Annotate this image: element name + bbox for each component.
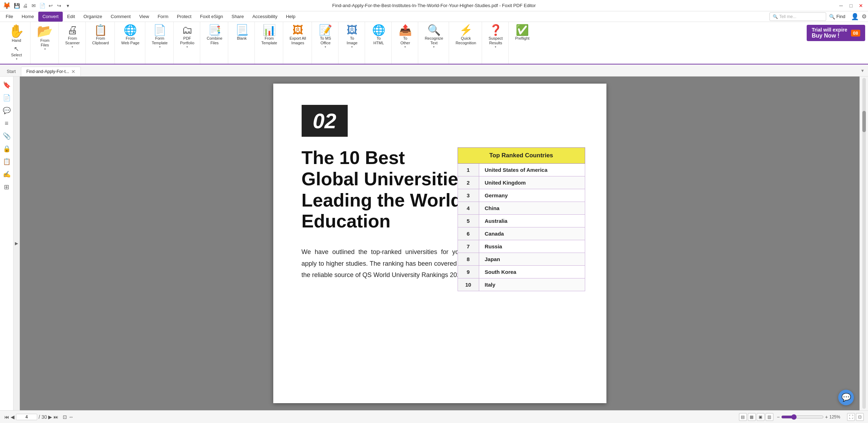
ribbon-group-blank: 📃 Blank [229, 22, 255, 64]
sidebar-security-button[interactable]: 🔒 [1, 143, 12, 154]
account-icon[interactable]: 👤 [851, 13, 859, 21]
rank-cell: 2 [458, 176, 479, 189]
from-scanner-button[interactable]: 🖨 FromScanner ▾ [62, 23, 83, 50]
scroll-bar[interactable] [860, 77, 868, 410]
minimize-button[interactable]: ─ [837, 2, 845, 9]
last-page-button[interactable]: ⏭ [54, 414, 58, 420]
chat-bubble-button[interactable]: 💬 [838, 390, 854, 405]
menu-item-accessibility[interactable]: Accessibility [248, 12, 282, 22]
table-row: 8Japan [458, 253, 585, 266]
rank-cell: 7 [458, 240, 479, 253]
sidebar-signatures-button[interactable]: ✍ [1, 169, 12, 180]
fit-width-button[interactable]: ↔ [68, 414, 73, 420]
sidebar-export-button[interactable]: 📋 [1, 156, 12, 167]
fullscreen-button[interactable]: ⛶ [847, 413, 855, 421]
panel-collapse-button[interactable]: ▶ [13, 77, 20, 410]
new-icon[interactable]: 📄 [38, 2, 46, 10]
facing-page-view-button[interactable]: ▦ [748, 413, 756, 421]
to-ms-office-label: To MSOffice [320, 36, 331, 45]
quick-recognition-button[interactable]: ⚡ QuickRecognition [452, 23, 480, 47]
select-tool-button[interactable]: ↖ Select ▾ [9, 45, 25, 61]
continuous-view-button[interactable]: ▣ [757, 413, 765, 421]
menu-item-form[interactable]: Form [153, 12, 173, 22]
sidebar-attachments-button[interactable]: 📎 [1, 130, 12, 142]
sidebar-comments-button[interactable]: 💬 [1, 105, 12, 116]
tab-start[interactable]: Start [1, 67, 21, 76]
tab-overflow-arrow[interactable]: ▾ [858, 66, 867, 75]
prev-page-button[interactable]: ◀ [11, 414, 15, 420]
suspect-results-button[interactable]: ❓ SuspectResults ▾ [485, 23, 506, 50]
to-ms-office-button[interactable]: 📝 To MSOffice ▾ [315, 23, 336, 50]
recognize-text-button[interactable]: 🔍 RecognizeText ▾ [421, 23, 447, 50]
undo-icon[interactable]: ↩ [47, 2, 55, 10]
to-html-button[interactable]: 🌐 ToHTML [368, 23, 389, 47]
scroll-thumb[interactable] [862, 111, 866, 132]
menu-item-comment[interactable]: Comment [106, 12, 135, 22]
recognize-text-arrow: ▾ [433, 45, 435, 49]
rank-cell: 8 [458, 253, 479, 266]
single-page-view-button[interactable]: ▤ [739, 413, 747, 421]
next-page-button[interactable]: ▶ [48, 414, 52, 420]
to-image-icon: 🖼 [347, 25, 357, 35]
menu-item-home[interactable]: Home [17, 12, 38, 22]
rank-cell: 6 [458, 227, 479, 240]
ribbon-group-from-webpage: 🌐 FromWeb Page [116, 22, 145, 64]
zoom-out-button[interactable]: − [777, 414, 780, 420]
settings-icon[interactable]: ⚙ [862, 13, 867, 20]
menu-item-file[interactable]: File [1, 12, 17, 22]
sidebar-compare-button[interactable]: ⊞ [1, 181, 12, 193]
menu-item-protect[interactable]: Protect [173, 12, 196, 22]
from-webpage-button[interactable]: 🌐 FromWeb Page [118, 23, 143, 47]
body-text: We have outlined the top-ranked universi… [302, 246, 472, 281]
continuous-facing-view-button[interactable]: ▥ [766, 413, 773, 421]
redo-icon[interactable]: ↪ [55, 2, 63, 10]
page-number-input[interactable] [16, 414, 37, 420]
country-cell: Canada [479, 227, 585, 240]
zoom-slider[interactable] [781, 414, 824, 420]
form-template-button[interactable]: 📄 FormTemplate ▾ [148, 23, 171, 50]
menu-item-foxit-esign[interactable]: Foxit eSign [196, 12, 227, 22]
preflight-button[interactable]: ✅ Preflight [511, 23, 533, 42]
sidebar-bookmark-button[interactable]: 🔖 [1, 79, 12, 91]
ribbon-group-from-clipboard: 📋 FromClipboard [86, 22, 115, 64]
hand-tool-button[interactable]: ✋ Hand [5, 23, 28, 44]
find-box[interactable]: 🔍 Find [829, 14, 845, 19]
blank-button[interactable]: 📃 Blank [231, 23, 252, 42]
menu-item-share[interactable]: Share [227, 12, 248, 22]
first-page-button[interactable]: ⏮ [4, 414, 9, 420]
trial-badge[interactable]: Trial will expire Buy Now ! 08 [807, 25, 865, 41]
from-clipboard-button[interactable]: 📋 FromClipboard [89, 23, 112, 47]
from-files-button[interactable]: 📂 FromFiles ▾ [33, 23, 56, 52]
menu-item-view[interactable]: View [135, 12, 153, 22]
to-other-button[interactable]: 📤 ToOther ▾ [394, 23, 416, 50]
to-html-icon: 🌐 [372, 25, 385, 35]
save-icon[interactable]: 💾 [13, 2, 21, 10]
menu-item-convert[interactable]: Convert [38, 12, 63, 22]
windowed-button[interactable]: ⊡ [856, 413, 864, 421]
tab-document[interactable]: Find-and-Apply-For-t... ✕ [21, 67, 81, 76]
sidebar-pages-button[interactable]: 📄 [1, 92, 12, 103]
sidebar-layers-button[interactable]: ≡ [1, 118, 12, 129]
export-all-images-button[interactable]: 🖼 Export AllImages [286, 23, 309, 47]
zoom-in-button[interactable]: + [825, 414, 828, 420]
menu-item-help[interactable]: Help [282, 12, 300, 22]
tell-me-box[interactable]: 🔍 Tell me... [769, 12, 826, 21]
from-files-arrow: ▾ [44, 47, 46, 51]
rank-cell: 4 [458, 202, 479, 215]
fit-page-button[interactable]: ⊡ [63, 414, 67, 420]
menu-item-organize[interactable]: Organize [79, 12, 107, 22]
tab-close-button[interactable]: ✕ [71, 69, 75, 74]
combine-files-button[interactable]: 📑 CombineFiles [203, 23, 226, 47]
page-number: 02 [313, 109, 336, 133]
from-files-label: FromFiles [40, 38, 50, 47]
print-icon[interactable]: 🖨 [21, 2, 29, 10]
close-button[interactable]: ✕ [857, 2, 865, 9]
pdf-portfolio-button[interactable]: 🗂 PDFPortfolio ▾ [177, 23, 198, 50]
email-icon[interactable]: ✉ [30, 2, 38, 10]
dropdown-icon[interactable]: ▾ [64, 2, 72, 10]
to-image-button[interactable]: 🖼 ToImage ▾ [341, 23, 363, 50]
sidebar: 🔖 📄 💬 ≡ 📎 🔒 📋 ✍ ⊞ [0, 77, 13, 410]
menu-item-edit[interactable]: Edit [63, 12, 79, 22]
maximize-button[interactable]: □ [847, 2, 855, 9]
from-template-button[interactable]: 📊 FromTemplate [258, 23, 281, 47]
